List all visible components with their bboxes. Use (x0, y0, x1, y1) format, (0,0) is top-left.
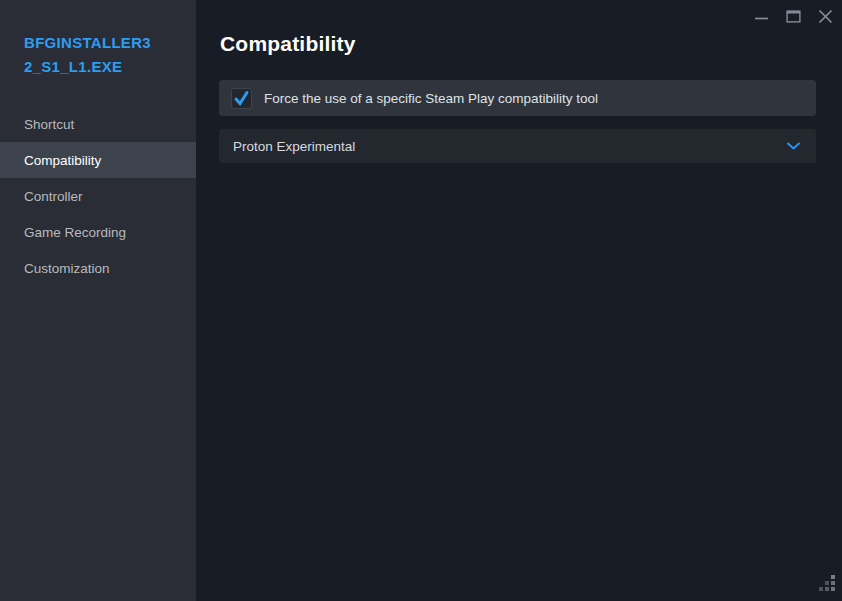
compat-tool-selected-value: Proton Experimental (233, 139, 786, 154)
sidebar-item-label: Compatibility (24, 153, 101, 168)
maximize-button[interactable] (785, 7, 802, 25)
close-button[interactable] (817, 7, 834, 25)
sidebar-item-label: Controller (24, 189, 83, 204)
sidebar-item-shortcut[interactable]: Shortcut (0, 106, 196, 142)
force-compat-tool-checkbox[interactable] (231, 88, 252, 109)
sidebar-item-controller[interactable]: Controller (0, 178, 196, 214)
checkmark-icon (233, 90, 250, 107)
sidebar-nav: Shortcut Compatibility Controller Game R… (0, 106, 196, 286)
sidebar-item-label: Shortcut (24, 117, 74, 132)
sidebar: BFGINSTALLER32_S1_L1.EXE Shortcut Compat… (0, 0, 196, 601)
minimize-button[interactable] (753, 7, 770, 25)
force-compat-tool-row[interactable]: Force the use of a specific Steam Play c… (219, 80, 816, 116)
close-icon (818, 8, 833, 24)
app-title: BFGINSTALLER32_S1_L1.EXE (0, 0, 178, 79)
maximize-icon (786, 8, 801, 24)
properties-window: BFGINSTALLER32_S1_L1.EXE Shortcut Compat… (0, 0, 842, 601)
sidebar-item-label: Customization (24, 261, 110, 276)
page-title: Compatibility (220, 31, 816, 57)
compat-tool-dropdown[interactable]: Proton Experimental (219, 129, 816, 163)
sidebar-item-game-recording[interactable]: Game Recording (0, 214, 196, 250)
chevron-down-icon (786, 141, 801, 151)
resize-grip[interactable] (818, 574, 836, 596)
resize-grip-icon (818, 574, 836, 592)
main-content: Compatibility Force the use of a specifi… (196, 0, 842, 601)
minimize-icon (754, 8, 769, 24)
sidebar-item-label: Game Recording (24, 225, 126, 240)
force-compat-tool-label: Force the use of a specific Steam Play c… (264, 91, 598, 106)
sidebar-item-customization[interactable]: Customization (0, 250, 196, 286)
window-controls (753, 7, 834, 25)
sidebar-item-compatibility[interactable]: Compatibility (0, 142, 196, 178)
